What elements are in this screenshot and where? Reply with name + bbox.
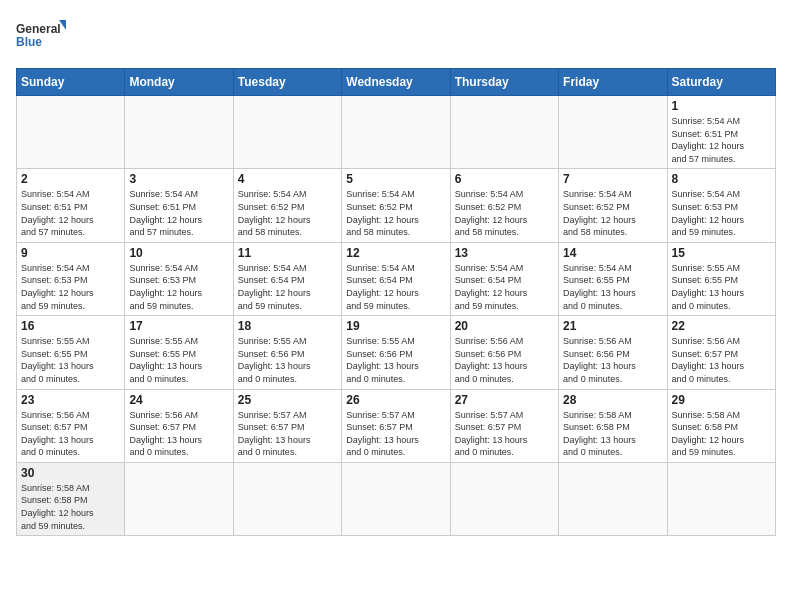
day-info: Sunrise: 5:54 AM Sunset: 6:51 PM Dayligh… <box>21 188 120 238</box>
day-number: 16 <box>21 319 120 333</box>
day-info: Sunrise: 5:54 AM Sunset: 6:51 PM Dayligh… <box>129 188 228 238</box>
day-number: 14 <box>563 246 662 260</box>
calendar-cell: 6Sunrise: 5:54 AM Sunset: 6:52 PM Daylig… <box>450 169 558 242</box>
day-number: 23 <box>21 393 120 407</box>
day-info: Sunrise: 5:55 AM Sunset: 6:55 PM Dayligh… <box>129 335 228 385</box>
calendar-cell: 24Sunrise: 5:56 AM Sunset: 6:57 PM Dayli… <box>125 389 233 462</box>
day-number: 30 <box>21 466 120 480</box>
week-row-4: 16Sunrise: 5:55 AM Sunset: 6:55 PM Dayli… <box>17 316 776 389</box>
logo-svg: General Blue <box>16 16 66 56</box>
calendar-cell: 12Sunrise: 5:54 AM Sunset: 6:54 PM Dayli… <box>342 242 450 315</box>
day-number: 26 <box>346 393 445 407</box>
weekday-header-tuesday: Tuesday <box>233 69 341 96</box>
day-number: 29 <box>672 393 771 407</box>
calendar-cell: 3Sunrise: 5:54 AM Sunset: 6:51 PM Daylig… <box>125 169 233 242</box>
day-number: 10 <box>129 246 228 260</box>
calendar-cell <box>559 96 667 169</box>
calendar-cell: 18Sunrise: 5:55 AM Sunset: 6:56 PM Dayli… <box>233 316 341 389</box>
calendar-cell: 19Sunrise: 5:55 AM Sunset: 6:56 PM Dayli… <box>342 316 450 389</box>
day-info: Sunrise: 5:54 AM Sunset: 6:52 PM Dayligh… <box>238 188 337 238</box>
day-number: 4 <box>238 172 337 186</box>
day-info: Sunrise: 5:58 AM Sunset: 6:58 PM Dayligh… <box>563 409 662 459</box>
day-info: Sunrise: 5:54 AM Sunset: 6:52 PM Dayligh… <box>455 188 554 238</box>
day-info: Sunrise: 5:54 AM Sunset: 6:54 PM Dayligh… <box>238 262 337 312</box>
day-info: Sunrise: 5:56 AM Sunset: 6:57 PM Dayligh… <box>21 409 120 459</box>
day-number: 28 <box>563 393 662 407</box>
day-number: 3 <box>129 172 228 186</box>
day-number: 15 <box>672 246 771 260</box>
day-number: 2 <box>21 172 120 186</box>
day-info: Sunrise: 5:54 AM Sunset: 6:53 PM Dayligh… <box>21 262 120 312</box>
calendar-cell: 20Sunrise: 5:56 AM Sunset: 6:56 PM Dayli… <box>450 316 558 389</box>
day-info: Sunrise: 5:56 AM Sunset: 6:57 PM Dayligh… <box>672 335 771 385</box>
calendar-cell: 11Sunrise: 5:54 AM Sunset: 6:54 PM Dayli… <box>233 242 341 315</box>
calendar-cell <box>342 462 450 535</box>
day-number: 5 <box>346 172 445 186</box>
day-info: Sunrise: 5:54 AM Sunset: 6:55 PM Dayligh… <box>563 262 662 312</box>
calendar-cell: 23Sunrise: 5:56 AM Sunset: 6:57 PM Dayli… <box>17 389 125 462</box>
day-number: 27 <box>455 393 554 407</box>
calendar-cell: 1Sunrise: 5:54 AM Sunset: 6:51 PM Daylig… <box>667 96 775 169</box>
calendar-cell: 22Sunrise: 5:56 AM Sunset: 6:57 PM Dayli… <box>667 316 775 389</box>
calendar-cell: 25Sunrise: 5:57 AM Sunset: 6:57 PM Dayli… <box>233 389 341 462</box>
weekday-header-row: SundayMondayTuesdayWednesdayThursdayFrid… <box>17 69 776 96</box>
day-number: 20 <box>455 319 554 333</box>
day-number: 9 <box>21 246 120 260</box>
day-info: Sunrise: 5:54 AM Sunset: 6:52 PM Dayligh… <box>563 188 662 238</box>
weekday-header-sunday: Sunday <box>17 69 125 96</box>
weekday-header-wednesday: Wednesday <box>342 69 450 96</box>
calendar: SundayMondayTuesdayWednesdayThursdayFrid… <box>16 68 776 536</box>
calendar-cell <box>233 96 341 169</box>
week-row-3: 9Sunrise: 5:54 AM Sunset: 6:53 PM Daylig… <box>17 242 776 315</box>
weekday-header-friday: Friday <box>559 69 667 96</box>
day-info: Sunrise: 5:57 AM Sunset: 6:57 PM Dayligh… <box>346 409 445 459</box>
day-info: Sunrise: 5:57 AM Sunset: 6:57 PM Dayligh… <box>238 409 337 459</box>
calendar-cell <box>559 462 667 535</box>
day-number: 17 <box>129 319 228 333</box>
day-number: 1 <box>672 99 771 113</box>
day-info: Sunrise: 5:54 AM Sunset: 6:53 PM Dayligh… <box>129 262 228 312</box>
calendar-cell: 14Sunrise: 5:54 AM Sunset: 6:55 PM Dayli… <box>559 242 667 315</box>
day-info: Sunrise: 5:54 AM Sunset: 6:54 PM Dayligh… <box>455 262 554 312</box>
calendar-cell: 27Sunrise: 5:57 AM Sunset: 6:57 PM Dayli… <box>450 389 558 462</box>
logo: General Blue <box>16 16 66 56</box>
calendar-cell: 4Sunrise: 5:54 AM Sunset: 6:52 PM Daylig… <box>233 169 341 242</box>
svg-text:General: General <box>16 22 61 36</box>
day-info: Sunrise: 5:54 AM Sunset: 6:53 PM Dayligh… <box>672 188 771 238</box>
day-info: Sunrise: 5:55 AM Sunset: 6:56 PM Dayligh… <box>346 335 445 385</box>
weekday-header-thursday: Thursday <box>450 69 558 96</box>
calendar-cell: 28Sunrise: 5:58 AM Sunset: 6:58 PM Dayli… <box>559 389 667 462</box>
day-number: 21 <box>563 319 662 333</box>
day-info: Sunrise: 5:55 AM Sunset: 6:56 PM Dayligh… <box>238 335 337 385</box>
day-number: 18 <box>238 319 337 333</box>
calendar-cell: 7Sunrise: 5:54 AM Sunset: 6:52 PM Daylig… <box>559 169 667 242</box>
day-info: Sunrise: 5:54 AM Sunset: 6:51 PM Dayligh… <box>672 115 771 165</box>
week-row-6: 30Sunrise: 5:58 AM Sunset: 6:58 PM Dayli… <box>17 462 776 535</box>
svg-text:Blue: Blue <box>16 35 42 49</box>
day-info: Sunrise: 5:55 AM Sunset: 6:55 PM Dayligh… <box>672 262 771 312</box>
day-number: 8 <box>672 172 771 186</box>
calendar-cell <box>233 462 341 535</box>
day-number: 12 <box>346 246 445 260</box>
week-row-2: 2Sunrise: 5:54 AM Sunset: 6:51 PM Daylig… <box>17 169 776 242</box>
calendar-cell <box>125 96 233 169</box>
calendar-cell <box>17 96 125 169</box>
calendar-cell: 10Sunrise: 5:54 AM Sunset: 6:53 PM Dayli… <box>125 242 233 315</box>
weekday-header-saturday: Saturday <box>667 69 775 96</box>
calendar-cell <box>450 96 558 169</box>
day-number: 13 <box>455 246 554 260</box>
day-info: Sunrise: 5:58 AM Sunset: 6:58 PM Dayligh… <box>21 482 120 532</box>
day-info: Sunrise: 5:56 AM Sunset: 6:56 PM Dayligh… <box>455 335 554 385</box>
day-number: 22 <box>672 319 771 333</box>
calendar-cell: 15Sunrise: 5:55 AM Sunset: 6:55 PM Dayli… <box>667 242 775 315</box>
calendar-cell: 17Sunrise: 5:55 AM Sunset: 6:55 PM Dayli… <box>125 316 233 389</box>
calendar-cell <box>125 462 233 535</box>
calendar-cell: 26Sunrise: 5:57 AM Sunset: 6:57 PM Dayli… <box>342 389 450 462</box>
day-info: Sunrise: 5:56 AM Sunset: 6:57 PM Dayligh… <box>129 409 228 459</box>
week-row-5: 23Sunrise: 5:56 AM Sunset: 6:57 PM Dayli… <box>17 389 776 462</box>
calendar-cell: 13Sunrise: 5:54 AM Sunset: 6:54 PM Dayli… <box>450 242 558 315</box>
day-info: Sunrise: 5:57 AM Sunset: 6:57 PM Dayligh… <box>455 409 554 459</box>
header: General Blue <box>16 16 776 56</box>
day-info: Sunrise: 5:55 AM Sunset: 6:55 PM Dayligh… <box>21 335 120 385</box>
day-number: 24 <box>129 393 228 407</box>
